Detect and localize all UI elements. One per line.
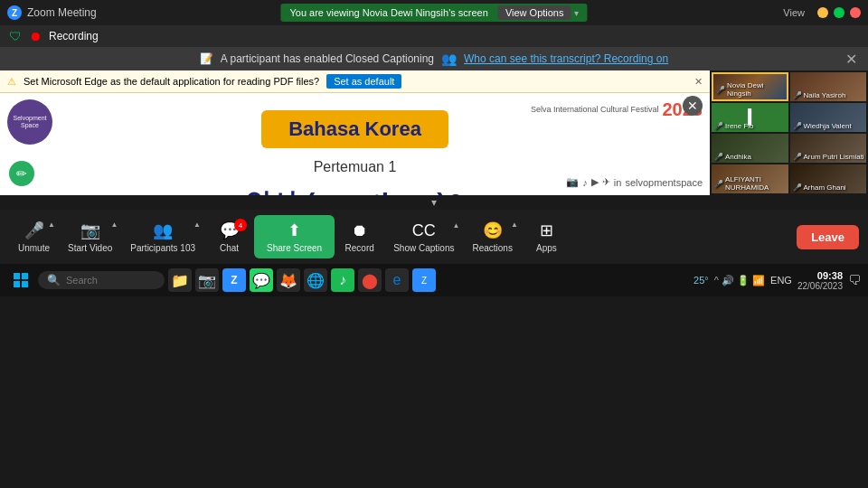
svg-rect-0 [14, 273, 20, 279]
captions-icon: CC [412, 221, 436, 240]
participants-icon: 👥 [153, 221, 173, 240]
svg-rect-1 [22, 273, 28, 279]
instagram-icon: 📷 [566, 176, 579, 188]
taskbar-whatsapp-icon[interactable]: 💬 [250, 268, 273, 292]
share-screen-button[interactable]: ⬆ Share Screen [254, 215, 335, 258]
mic-off-icon: 🎤 [793, 183, 802, 192]
maximize-button[interactable]: □ [834, 7, 844, 18]
apps-button[interactable]: ⊞ Apps [522, 217, 571, 257]
pertemuan-text: Pertemuan 1 [314, 159, 397, 175]
org-logo: Selvopment Space [7, 99, 52, 145]
participant-tile-andhika: 🎤 Andhika [712, 134, 788, 163]
notification-bar: 📝 A participant has enabled Closed Capti… [0, 47, 868, 70]
participant-name: Arham Ghani [804, 183, 846, 192]
participant-tile-alfiyanti: 🎤 ALFIYANTI NURHAMIDA [712, 164, 788, 193]
close-button[interactable]: ✕ [850, 7, 861, 18]
chevron-up-icon: ▲ [453, 221, 460, 230]
mic-off-icon: 🎤 [793, 122, 802, 130]
chat-button[interactable]: 💬 Chat 4 [204, 217, 254, 257]
edit-button[interactable]: ✏ [9, 161, 34, 186]
tiktok-icon: ♪ [582, 177, 588, 188]
participant-label: 🎤 Arham Ghani [793, 183, 846, 192]
taskbar-zoom2-icon[interactable]: Z [412, 268, 436, 292]
linkedin-icon: in [614, 177, 622, 188]
participant-name: Novia Dewi Ningsih [727, 81, 787, 98]
search-input[interactable] [66, 275, 147, 286]
start-video-button[interactable]: 📷 Start Video ▲ [59, 217, 121, 257]
recording-dot: ⏺ [29, 29, 42, 43]
notification-icon: 📝 [200, 52, 213, 65]
participants-panel: 🎤 Novia Dewi Ningsih 🎤 Naila Yasiroh I 🎤… [710, 70, 868, 195]
minimize-button[interactable]: ─ [817, 7, 828, 18]
screen-share-area: ⚠ Set Microsoft Edge as the default appl… [0, 70, 710, 195]
screen-banner: You are viewing Novia Dewi Ningsih's scr… [280, 4, 587, 22]
reactions-button[interactable]: 😊 Reactions ▲ [463, 217, 521, 257]
set-default-button[interactable]: Set as default [326, 74, 401, 89]
search-icon: 🔍 [47, 274, 61, 286]
shield-icon: 🛡 [9, 29, 22, 43]
taskbar-spotify-icon[interactable]: ♪ [331, 268, 354, 292]
social-handle: selvopmentspace [625, 177, 703, 188]
leave-button[interactable]: Leave [797, 225, 859, 249]
participant-tile-novia: 🎤 Novia Dewi Ningsih [712, 72, 788, 101]
notification-center-icon[interactable]: 🗨 [848, 273, 861, 287]
view-options-button[interactable]: View Options [498, 5, 571, 20]
svg-rect-2 [14, 281, 20, 287]
mic-off-icon: 🎤 [716, 86, 725, 94]
apps-icon: ⊞ [540, 221, 553, 240]
taskbar-fileexplorer-icon[interactable]: 📁 [168, 268, 192, 292]
svg-rect-3 [22, 281, 28, 287]
participant-label: 🎤 Wiedhja Valent [793, 122, 852, 130]
taskbar-edge-icon[interactable]: 🌐 [304, 268, 327, 292]
unmute-button[interactable]: 🎤 Unmute ▲ [9, 217, 59, 257]
record-button[interactable]: ⏺ Record [335, 218, 384, 257]
warning-icon: ⚠ [7, 76, 16, 88]
system-tray: 25° ^ 🔊 🔋 📶 ENG 09:38 22/06/2023 🗨 [693, 270, 861, 291]
chevron-up-icon: ▲ [48, 221, 55, 229]
mic-off-icon: 🎤 [793, 91, 802, 99]
participant-name: Naila Yasiroh [804, 91, 846, 99]
mic-off-icon: 🎤 [714, 153, 723, 161]
microphone-icon: 🎤 [24, 221, 44, 240]
participant-tile-arum: 🎤 Arum Putri Lismiati [790, 134, 867, 163]
notification-close-button[interactable]: ✕ [845, 51, 857, 68]
taskbar-search[interactable]: 🔍 [38, 271, 165, 289]
participant-name: Irene Flo [725, 122, 754, 130]
tray-icons: ^ 🔊 🔋 📶 [714, 275, 765, 286]
language-text: ENG [770, 275, 792, 286]
participant-label: 🎤 Arum Putri Lismiati [793, 153, 864, 161]
taskbar-firefox-icon[interactable]: 🦊 [277, 268, 300, 292]
chevron-up-icon: ▲ [511, 221, 518, 229]
notification-text: A participant has enabled Closed Caption… [221, 52, 434, 65]
slide-header: Selva International Cultural Festival 20… [531, 99, 703, 120]
show-more-participants[interactable]: ▾ [0, 195, 868, 210]
participant-tile-wiedhja: 🎤 Wiedhja Valent [790, 103, 867, 132]
participant-name: ALFIYANTI NURHAMIDA [725, 175, 788, 192]
video-icon: 📷 [80, 221, 100, 240]
chevron-up-icon: ▲ [110, 221, 118, 229]
people-icon: 👥 [441, 52, 457, 66]
pdf-prompt-close-button[interactable]: ✕ [694, 76, 703, 88]
notification-link[interactable]: Who can see this transcript? Recording o… [464, 52, 668, 65]
org-name: Selvopment Space [7, 115, 52, 130]
taskbar-zoom-icon[interactable]: Z [222, 268, 246, 292]
participant-label: 🎤 Naila Yasiroh [793, 91, 846, 99]
participants-button[interactable]: 👥 Participants 103 ▲ [121, 217, 204, 257]
taskbar-camera-icon[interactable]: 📷 [195, 268, 219, 292]
participant-label: 🎤 Irene Flo [714, 122, 754, 130]
taskbar-edge2-icon[interactable]: e [385, 268, 409, 292]
record-icon: ⏺ [352, 221, 368, 240]
participant-tile-arham: 🎤 Arham Ghani [790, 164, 867, 193]
screen-close-button[interactable]: ✕ [683, 96, 703, 116]
start-button[interactable] [7, 267, 34, 294]
mic-off-icon: 🎤 [714, 180, 723, 188]
recording-bar: 🛡 ⏺ Recording [0, 25, 868, 47]
mic-off-icon: 🎤 [793, 153, 802, 161]
temperature-text: 25° [693, 275, 709, 286]
event-title: Selva International Cultural Festival [531, 105, 659, 116]
korean-title: 인사 (greetings)& 자기소개 (perkenalan) [216, 184, 494, 195]
show-captions-button[interactable]: CC Show Captions ▲ [384, 218, 463, 257]
telegram-icon: ✈ [602, 176, 610, 188]
social-footer: 📷 ♪ ▶ ✈ in selvopmentspace [566, 176, 703, 188]
taskbar-chrome-icon[interactable]: ⬤ [358, 268, 382, 292]
